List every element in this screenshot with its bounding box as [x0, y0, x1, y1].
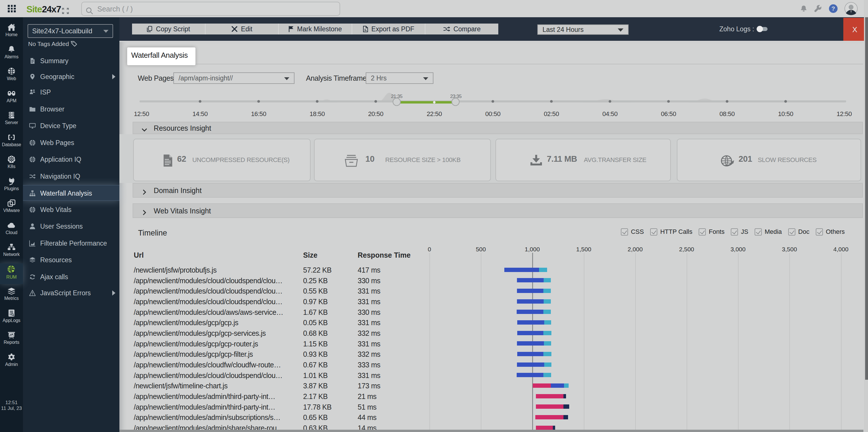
svg-text:?: ?	[832, 5, 835, 12]
